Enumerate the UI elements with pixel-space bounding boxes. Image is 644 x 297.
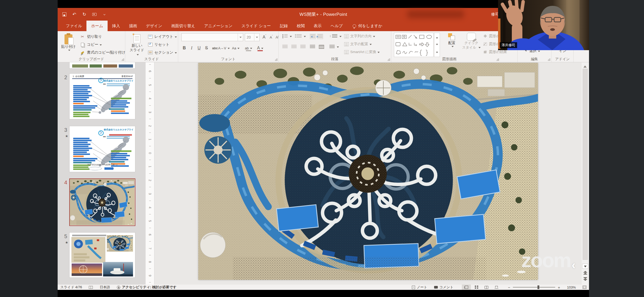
highlight-color-button[interactable]: ab [245, 44, 252, 52]
dialog-launcher-icon[interactable] [388, 58, 390, 61]
justify-button[interactable] [310, 45, 315, 49]
zoom-out-button[interactable]: − [508, 285, 510, 290]
tab-1[interactable]: ホーム [86, 21, 108, 31]
paste-button[interactable]: 貼り付け [60, 33, 77, 51]
text-direction-button[interactable]: 文字列の方向 [344, 33, 375, 40]
strikethrough-letter-button[interactable]: S [204, 44, 209, 52]
character-spacing-button[interactable]: A⇔V [220, 44, 228, 52]
format-painter-button[interactable]: 書式のコピー/貼り付け [80, 49, 126, 56]
columns-button[interactable] [329, 45, 339, 49]
underline-button[interactable]: U [196, 44, 202, 52]
editor-vertical-scrollbar[interactable] [581, 62, 589, 285]
ruler-tick [149, 105, 151, 106]
ruler-tick [149, 92, 151, 92]
scroll-down-button[interactable] [582, 264, 588, 269]
new-slide-button[interactable]: 新しい スライド [128, 33, 145, 57]
align-right-button[interactable] [300, 45, 306, 49]
cut-button[interactable]: 切り取り [80, 33, 102, 40]
language-indicator[interactable]: 日本語 [100, 285, 110, 290]
reset-button[interactable]: リセット [148, 41, 169, 48]
line-spacing-button[interactable] [329, 34, 342, 38]
dialog-launcher-icon[interactable] [496, 58, 499, 61]
slide-thumbnail-4-selected[interactable] [69, 178, 135, 226]
screen: WS開業+ - PowerPoint 修司 ファイルホーム挿入描画デザイン画面切… [0, 0, 644, 297]
tab-3[interactable]: 描画 [125, 21, 141, 31]
comments-toggle[interactable]: コメント [434, 285, 453, 290]
slide-thumbnail-2[interactable]: 1. 会社概要 事業所MAP 株式会社ウエルネスサプライ [69, 73, 135, 119]
notes-toggle[interactable]: ノート [412, 285, 427, 290]
zoom-video-overlay[interactable]: 薄井修司 [498, 0, 589, 50]
ruler-number: 5 [149, 220, 151, 222]
slide-indicator[interactable]: スライド 4/76 [60, 285, 82, 290]
align-text-button[interactable]: 文字の配置 [344, 41, 372, 48]
ruler-number: 0 [149, 152, 151, 154]
collapse-video-chevron-icon[interactable]: ‹ [572, 258, 576, 272]
tell-me-search[interactable]: 何をしますか [349, 21, 386, 31]
dialog-launcher-icon[interactable] [122, 58, 124, 61]
previous-slide-button[interactable] [583, 271, 587, 275]
shape-gallery[interactable] [394, 33, 434, 57]
normal-view-button[interactable] [462, 285, 471, 290]
tab-10[interactable]: 表示 [309, 21, 326, 31]
slide-thumbnail-5[interactable] [69, 232, 135, 278]
scrollbar-thumb[interactable] [583, 69, 588, 260]
tab-9[interactable]: 校閲 [292, 21, 309, 31]
dialog-launcher-icon[interactable] [275, 58, 277, 61]
fit-to-window-icon[interactable] [583, 286, 586, 289]
chevron-down-icon [261, 48, 263, 50]
accessibility-checker[interactable]: アクセシビリティ: 検討が必要です [117, 285, 176, 290]
dialog-launcher-icon[interactable] [548, 58, 550, 61]
spellcheck-button[interactable] [89, 286, 93, 289]
tab-5[interactable]: 画面切り替え [167, 21, 200, 31]
numbering-button[interactable] [295, 34, 306, 38]
tab-11[interactable]: ヘルプ [326, 21, 347, 31]
slideshow-view-button[interactable] [492, 285, 501, 290]
distribute-icon [319, 45, 324, 49]
quick-styles-button[interactable]: クイック スタイル [462, 31, 481, 50]
italic-button[interactable]: I [189, 44, 195, 52]
align-center-button[interactable] [291, 45, 297, 49]
increase-indent-button[interactable] [317, 34, 323, 39]
zoom-slider[interactable] [513, 287, 555, 287]
convert-smartart-button[interactable]: SmartArt に変換 [344, 49, 380, 55]
tab-7[interactable]: スライド ショー [237, 21, 275, 31]
font-size-combo[interactable]: 20 [245, 33, 260, 41]
decrease-indent-button[interactable] [310, 34, 316, 39]
scroll-up-icon[interactable] [583, 64, 587, 68]
slide-1-partial[interactable] [69, 62, 135, 69]
format-painter-icon [80, 50, 85, 55]
shrink-font-button[interactable]: Aˇ [268, 34, 274, 41]
font-color-button[interactable]: A [256, 44, 264, 52]
reading-view-button[interactable] [482, 285, 491, 290]
tab-6[interactable]: アニメーション [200, 21, 237, 31]
bold-button[interactable]: B [181, 44, 187, 52]
slide-sorter-view-button[interactable] [472, 285, 481, 290]
arrange-button[interactable]: 配置 [444, 31, 459, 48]
copy-icon [80, 42, 85, 47]
grow-font-button[interactable]: Aˆ [261, 34, 268, 41]
shape-outline-icon [483, 42, 487, 46]
distribute-button[interactable] [319, 45, 324, 49]
tab-8[interactable]: 記録 [275, 21, 292, 31]
copy-button[interactable]: コピー [80, 41, 102, 48]
next-slide-button[interactable] [583, 277, 587, 281]
zoom-percentage[interactable]: 103% [567, 285, 576, 289]
vertical-ruler[interactable]: 6543210123456789 [145, 62, 154, 285]
align-left-button[interactable] [282, 45, 288, 49]
tab-4[interactable]: デザイン [141, 21, 167, 31]
layout-button[interactable]: レイアウト [148, 33, 177, 40]
section-button[interactable]: セクション [148, 49, 177, 56]
strikethrough-button[interactable]: abc [211, 44, 219, 52]
slide-canvas-park-photo[interactable] [198, 63, 538, 280]
tab-2[interactable]: 挿入 [108, 21, 125, 31]
zoom-slider-thumb[interactable] [537, 285, 539, 289]
bullets-button[interactable] [282, 34, 292, 38]
zoom-in-button[interactable]: + [558, 285, 560, 290]
tab-0[interactable]: ファイル [61, 21, 86, 31]
change-case-button[interactable]: Aa [232, 44, 240, 52]
shape-gallery-icons [394, 33, 433, 57]
slide-thumbnail-3[interactable]: 株式会社ウエルネスサプライ 30年以上は0.021%(総務庁調べ) [69, 126, 135, 172]
shape-gallery-scroll[interactable] [434, 33, 440, 57]
font-name-combo[interactable] [181, 33, 243, 41]
tab-label: スライド ショー [241, 23, 271, 29]
